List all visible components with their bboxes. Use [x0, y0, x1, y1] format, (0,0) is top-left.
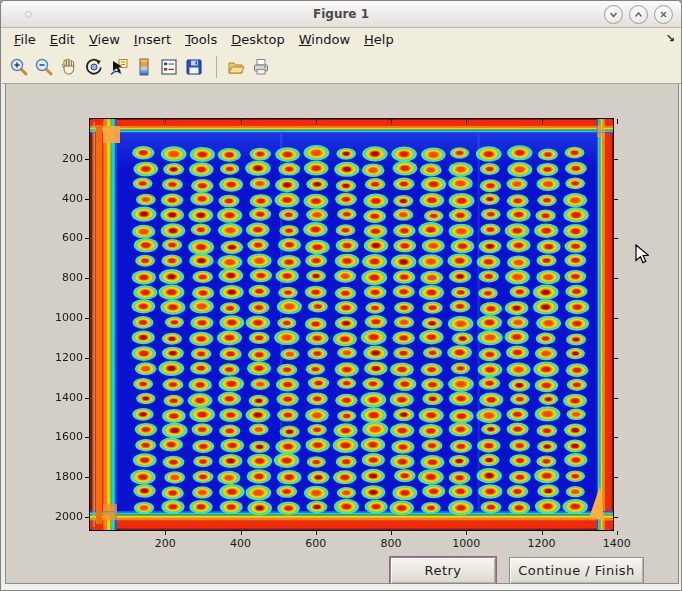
y-tick-mark	[85, 278, 89, 279]
minimize-icon	[608, 9, 619, 20]
y-tick-mark	[614, 477, 618, 478]
x-tick-mark	[466, 119, 467, 124]
y-tick-label: 800	[37, 271, 83, 284]
y-tick-label: 400	[37, 192, 83, 205]
x-tick-mark	[617, 531, 618, 535]
y-tick-label: 1600	[37, 430, 83, 443]
save-icon	[184, 57, 204, 77]
y-tick-label: 1800	[37, 470, 83, 483]
close-icon	[658, 9, 669, 20]
x-tick-mark	[241, 119, 242, 124]
y-tick-mark	[85, 437, 89, 438]
zoom-in-button[interactable]	[7, 55, 31, 79]
rotate-3d-icon	[84, 57, 104, 77]
x-tick-mark	[165, 531, 166, 535]
data-cursor-button[interactable]	[107, 55, 131, 79]
x-tick-mark	[542, 531, 543, 535]
y-tick-mark	[614, 358, 618, 359]
y-tick-mark	[85, 398, 89, 399]
y-tick-mark	[85, 358, 89, 359]
menu-item-insert[interactable]: Insert	[127, 30, 178, 49]
y-tick-mark	[614, 318, 618, 319]
x-tick-label: 1400	[592, 537, 642, 550]
y-tick-mark	[85, 517, 89, 518]
print-icon	[251, 57, 271, 77]
rotate-3d-button[interactable]	[82, 55, 106, 79]
x-tick-mark	[316, 531, 317, 535]
y-tick-mark	[614, 159, 618, 160]
window-bottom-frame	[2, 584, 682, 591]
save-button[interactable]	[182, 55, 206, 79]
figure-canvas-area: Retry Continue / Finish 2004006008001000…	[5, 84, 679, 584]
x-tick-label: 1000	[441, 537, 491, 550]
open-folder-icon	[226, 57, 246, 77]
y-tick-label: 2000	[37, 510, 83, 523]
insert-legend-icon	[159, 57, 179, 77]
print-button[interactable]	[249, 55, 273, 79]
pan-button[interactable]	[57, 55, 81, 79]
window-title: Figure 1	[1, 7, 681, 21]
menu-item-file[interactable]: File	[7, 30, 43, 49]
x-tick-mark	[391, 531, 392, 535]
continue-finish-button[interactable]: Continue / Finish	[509, 557, 644, 584]
pan-hand-icon	[59, 57, 79, 77]
x-tick-mark	[617, 119, 618, 124]
y-tick-label: 600	[37, 231, 83, 244]
open-button[interactable]	[224, 55, 248, 79]
menu-item-window[interactable]: Window	[292, 30, 357, 49]
y-tick-mark	[85, 477, 89, 478]
y-tick-label: 1000	[37, 311, 83, 324]
y-tick-label: 1200	[37, 351, 83, 364]
minimize-button[interactable]	[604, 5, 623, 24]
x-tick-mark	[542, 119, 543, 124]
x-tick-label: 800	[366, 537, 416, 550]
zoom-in-icon	[9, 57, 29, 77]
y-tick-label: 200	[37, 152, 83, 165]
menu-item-view[interactable]: View	[82, 30, 127, 49]
toolbar-separator	[216, 56, 217, 78]
menu-item-tools[interactable]: Tools	[178, 30, 224, 49]
zoom-out-button[interactable]	[32, 55, 56, 79]
x-tick-mark	[241, 531, 242, 535]
toolbar	[2, 51, 682, 84]
x-tick-mark	[391, 119, 392, 124]
insert-colorbar-button[interactable]	[132, 55, 156, 79]
titlebar: Figure 1	[1, 1, 681, 28]
y-tick-mark	[614, 437, 618, 438]
x-tick-label: 600	[291, 537, 341, 550]
y-tick-mark	[614, 398, 618, 399]
menubar: FileEditViewInsertToolsDesktopWindowHelp…	[2, 28, 682, 51]
y-tick-mark	[85, 318, 89, 319]
x-tick-label: 200	[140, 537, 190, 550]
y-tick-mark	[614, 238, 618, 239]
maximize-icon	[633, 9, 644, 20]
x-tick-label: 400	[216, 537, 266, 550]
menu-item-edit[interactable]: Edit	[43, 30, 82, 49]
zoom-out-icon	[34, 57, 54, 77]
y-tick-mark	[85, 159, 89, 160]
heatmap-plot[interactable]	[89, 118, 614, 531]
data-cursor-icon	[109, 57, 129, 77]
mouse-cursor	[635, 244, 649, 265]
menu-overflow-icon[interactable]: ↘	[666, 32, 675, 45]
insert-colorbar-icon	[134, 57, 154, 77]
x-tick-mark	[316, 119, 317, 124]
insert-legend-button[interactable]	[157, 55, 181, 79]
x-tick-mark	[466, 531, 467, 535]
menu-item-desktop[interactable]: Desktop	[224, 30, 292, 49]
retry-button[interactable]: Retry	[390, 557, 496, 584]
y-tick-mark	[85, 238, 89, 239]
y-tick-mark	[614, 517, 618, 518]
figure-window: Figure 1 FileEditViewInsertToolsDesktopW…	[0, 0, 682, 591]
y-tick-mark	[614, 199, 618, 200]
y-tick-label: 1400	[37, 391, 83, 404]
x-tick-mark	[165, 119, 166, 124]
y-tick-mark	[85, 199, 89, 200]
y-tick-mark	[614, 278, 618, 279]
menu-item-help[interactable]: Help	[357, 30, 401, 49]
maximize-button[interactable]	[629, 5, 648, 24]
close-button[interactable]	[654, 5, 673, 24]
x-tick-label: 1200	[517, 537, 567, 550]
